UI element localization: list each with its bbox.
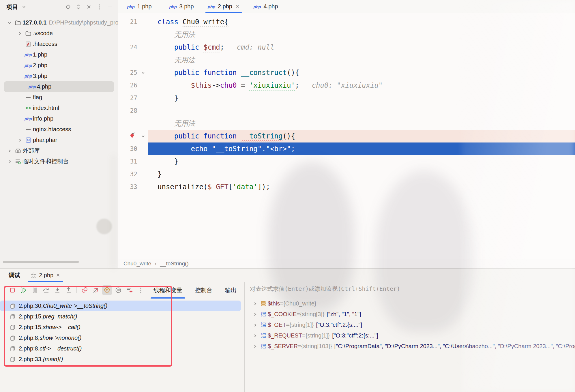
variable-row[interactable]: $this = {Chu0_write} bbox=[245, 298, 575, 309]
step-over-icon[interactable] bbox=[41, 285, 51, 295]
stack-frame[interactable]: 2.php:15, preg_match() bbox=[0, 311, 244, 322]
chevron-right-icon[interactable] bbox=[251, 345, 259, 348]
tree-item-2.php[interactable]: php2.php bbox=[0, 60, 118, 71]
debug-tab-线程和变量[interactable]: 线程和变量 bbox=[147, 282, 189, 299]
tree-item-127.0.0.1[interactable]: 127.0.0.1D:\PHPstudy\phpstudy_pro bbox=[0, 17, 118, 28]
resume-icon[interactable] bbox=[19, 285, 29, 295]
code-line[interactable]: 24 public $cmd; cmd: null bbox=[118, 41, 575, 54]
tree-item---------[interactable]: 临时文件和控制台 bbox=[0, 156, 118, 167]
locate-icon[interactable] bbox=[64, 3, 72, 11]
code-hint-line[interactable]: 无用法 bbox=[118, 117, 575, 130]
mute-breakpoints-icon[interactable] bbox=[91, 285, 101, 295]
code-line[interactable]: 33unserialize($_GET['data']); bbox=[118, 181, 575, 193]
tree-item-.htaccess[interactable]: .htaccess bbox=[0, 39, 118, 49]
tree-item-3.php[interactable]: php3.php bbox=[0, 71, 118, 81]
tree-item-1.php[interactable]: php1.php bbox=[0, 49, 118, 60]
debug-tab-输出[interactable]: 输出 bbox=[219, 282, 243, 299]
variable-row[interactable]: 12$_COOKIE = {string[3]}["zh", "1", "1"] bbox=[245, 309, 575, 320]
tree-item-nginx.htaccess[interactable]: nginx.htaccess bbox=[0, 124, 118, 135]
debug-session-tab[interactable]: 2.php ✕ bbox=[28, 269, 63, 282]
code-line[interactable]: 26 $this->chu0 = 'xiuxiuxiu'; chu0: "xiu… bbox=[118, 79, 575, 92]
line-number: 32 bbox=[118, 171, 138, 178]
variable-row[interactable]: 12$_SERVER = {string[103]}["C:\ProgramDa… bbox=[245, 341, 575, 352]
hide-icon[interactable] bbox=[105, 3, 114, 11]
chevron-right-icon[interactable] bbox=[251, 302, 259, 305]
tab-label: 2.php bbox=[218, 3, 232, 10]
tree-item----[interactable]: 外部库 bbox=[0, 145, 118, 156]
tree-item-phar.phar[interactable]: phar.phar bbox=[0, 135, 118, 145]
frame-function: Chu0_write->__toString() bbox=[43, 303, 107, 309]
chevron-right-icon[interactable] bbox=[251, 323, 259, 327]
chevron-down-icon[interactable] bbox=[20, 3, 28, 11]
breadcrumb-item[interactable]: Chu0_write bbox=[123, 260, 151, 267]
code-line[interactable]: 27 } bbox=[118, 92, 575, 104]
tree-item-.vscode[interactable]: .vscode bbox=[0, 28, 118, 39]
code-text: public function __toString(){ bbox=[148, 132, 295, 140]
chevron-right-icon[interactable] bbox=[251, 334, 259, 337]
code-text: public function __construct(){ bbox=[148, 69, 299, 77]
variable-row[interactable]: 12$_REQUEST = {string[1]}["O:3:"ctf":2:{… bbox=[245, 330, 575, 341]
tree-item-label: .htaccess bbox=[33, 41, 57, 47]
fold-chevron-icon[interactable] bbox=[138, 71, 148, 74]
variable-row[interactable]: 12$_GET = {string[1]}["O:3:"ctf":2:{s:..… bbox=[245, 320, 575, 330]
tab-2.php[interactable]: php2.php✕ bbox=[203, 0, 245, 13]
add-watch-icon[interactable] bbox=[125, 285, 134, 295]
stop-icon[interactable] bbox=[8, 285, 17, 295]
project-title: 项目 bbox=[6, 3, 18, 11]
stack-frame[interactable]: 2.php:8, show->nonono() bbox=[0, 333, 244, 343]
svg-text:2: 2 bbox=[261, 325, 262, 327]
code-hint-line[interactable]: 无用法 bbox=[118, 28, 575, 41]
code-line[interactable]: 25 public function __construct(){ bbox=[118, 66, 575, 79]
array-icon: 12 bbox=[259, 344, 268, 349]
tree-item-path: D:\PHPstudy\phpstudy_pro bbox=[49, 19, 118, 26]
chevron-down-icon bbox=[6, 21, 13, 25]
php-diamond-c-icon[interactable]: C bbox=[102, 285, 112, 295]
tree-item-flag[interactable]: flag bbox=[0, 92, 118, 103]
code-line[interactable]: 30 echo "__toString"."<br>"; bbox=[118, 142, 575, 155]
unfold-icon[interactable] bbox=[74, 3, 83, 11]
code-editor[interactable]: 21class Chu0_write{ 无用法24 public $cmd; c… bbox=[118, 13, 575, 259]
chevron-right-icon[interactable] bbox=[251, 313, 259, 316]
close-icon[interactable]: ✕ bbox=[56, 272, 60, 278]
step-out-icon[interactable] bbox=[64, 285, 74, 295]
stack-frame[interactable]: 2.php:30, Chu0_write->__toString() bbox=[0, 301, 241, 311]
tab-1.php[interactable]: php1.php bbox=[118, 0, 160, 13]
code-line[interactable]: 28 bbox=[118, 104, 575, 117]
more-options-icon[interactable] bbox=[113, 285, 123, 295]
line-number: 26 bbox=[118, 82, 138, 89]
tree-item-info.php[interactable]: phpinfo.php bbox=[0, 113, 118, 124]
tab-4.php[interactable]: php4.php bbox=[245, 0, 287, 13]
tree-item-index.html[interactable]: <>index.html bbox=[0, 103, 118, 113]
main-area: 项目 bbox=[0, 0, 575, 268]
close-icon[interactable]: ✕ bbox=[235, 3, 239, 10]
breadcrumb-item[interactable]: __toString() bbox=[160, 260, 188, 267]
more-vertical-icon[interactable] bbox=[95, 3, 104, 11]
debug-tab-控制台[interactable]: 控制台 bbox=[189, 282, 219, 299]
stack-frame[interactable]: 2.php:33, {main}() bbox=[0, 354, 244, 365]
code-line[interactable]: 32} bbox=[118, 168, 575, 181]
stack-frame[interactable]: 2.php:8, ctf->__destruct() bbox=[0, 343, 244, 354]
variable-type: {Chu0_write} bbox=[283, 300, 316, 307]
chevron-right-icon bbox=[16, 138, 24, 142]
step-into-icon[interactable] bbox=[53, 285, 62, 295]
stack-frame[interactable]: 2.php:15, show->__call() bbox=[0, 322, 244, 333]
tab-3.php[interactable]: php3.php bbox=[160, 0, 203, 13]
frame-icon bbox=[10, 335, 16, 341]
code-hint-line[interactable]: 无用法 bbox=[118, 54, 575, 66]
more-vertical-icon[interactable] bbox=[136, 285, 146, 295]
close-icon[interactable] bbox=[85, 3, 93, 11]
code-line[interactable]: public function __toString(){ bbox=[118, 130, 575, 142]
tree-item-label: 临时文件和控制台 bbox=[23, 157, 69, 165]
array-icon: 12 bbox=[259, 322, 268, 327]
code-line[interactable]: 31 } bbox=[118, 155, 575, 168]
code-line[interactable]: 21class Chu0_write{ bbox=[118, 16, 575, 28]
pause-icon[interactable] bbox=[30, 285, 40, 295]
view-breakpoints-icon[interactable] bbox=[80, 285, 89, 295]
watch-input[interactable]: 对表达式求值(Enter)或添加监视(Ctrl+Shift+Enter) bbox=[245, 282, 575, 296]
fold-chevron-icon[interactable] bbox=[138, 134, 148, 138]
tree-horizontal-scrollbar[interactable] bbox=[3, 261, 79, 263]
breakpoint-icon[interactable] bbox=[129, 132, 136, 140]
php-icon: php bbox=[169, 3, 177, 10]
svg-text:1: 1 bbox=[261, 344, 262, 346]
tree-item-4.php[interactable]: php4.php bbox=[4, 81, 114, 92]
